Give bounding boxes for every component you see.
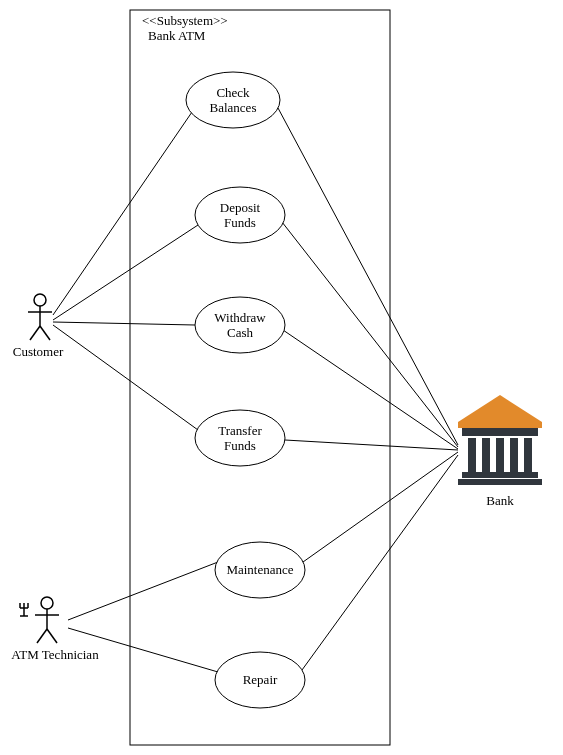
svg-rect-30: [458, 422, 542, 428]
person-icon: [41, 597, 53, 609]
system-stereotype: <<Subsystem>>: [142, 13, 228, 28]
wrench-icon: [20, 603, 28, 616]
svg-text:Funds: Funds: [224, 215, 256, 230]
svg-line-27: [37, 629, 47, 643]
assoc-bank-deposit: [282, 222, 458, 447]
actor-customer-label: Customer: [13, 344, 64, 359]
use-case-transfer-funds: Transfer Funds: [195, 410, 285, 466]
assoc-bank-withdraw: [283, 330, 458, 449]
svg-rect-35: [510, 438, 518, 472]
assoc-bank-maintenance: [303, 452, 458, 562]
svg-text:Withdraw: Withdraw: [214, 310, 266, 325]
svg-line-28: [47, 629, 57, 643]
svg-text:Funds: Funds: [224, 438, 256, 453]
assoc-customer-deposit: [53, 225, 198, 320]
assoc-bank-repair: [302, 455, 458, 670]
assoc-tech-maintenance: [68, 562, 218, 620]
svg-text:Check: Check: [216, 85, 250, 100]
actor-customer: [28, 294, 52, 340]
svg-text:Cash: Cash: [227, 325, 254, 340]
system-name: Bank ATM: [148, 28, 206, 43]
svg-text:Transfer: Transfer: [218, 423, 262, 438]
svg-text:Deposit: Deposit: [220, 200, 261, 215]
svg-text:Repair: Repair: [243, 672, 278, 687]
svg-rect-34: [496, 438, 504, 472]
bank-icon: [458, 395, 542, 485]
actor-bank-label: Bank: [486, 493, 514, 508]
svg-rect-38: [458, 479, 542, 485]
actor-technician: [20, 597, 59, 643]
svg-rect-37: [462, 472, 538, 478]
use-case-withdraw-cash: Withdraw Cash: [195, 297, 285, 353]
assoc-bank-transfer: [285, 440, 458, 450]
use-case-repair: Repair: [215, 652, 305, 708]
svg-rect-36: [524, 438, 532, 472]
actor-technician-label: ATM Technician: [11, 647, 99, 662]
use-case-deposit-funds: Deposit Funds: [195, 187, 285, 243]
svg-rect-32: [468, 438, 476, 472]
svg-line-18: [30, 326, 40, 340]
use-case-check-balances: Check Balances: [186, 72, 280, 128]
svg-line-19: [40, 326, 50, 340]
assoc-bank-check: [278, 108, 458, 445]
actor-bank: [458, 395, 542, 485]
assoc-customer-check: [53, 112, 192, 315]
assoc-customer-transfer: [53, 325, 198, 430]
use-case-diagram: <<Subsystem>> Bank ATM Check Balances De…: [0, 0, 563, 755]
assoc-customer-withdraw: [53, 322, 195, 325]
svg-text:Maintenance: Maintenance: [226, 562, 293, 577]
svg-text:Balances: Balances: [210, 100, 257, 115]
svg-rect-33: [482, 438, 490, 472]
use-case-maintenance: Maintenance: [215, 542, 305, 598]
svg-marker-29: [458, 395, 542, 422]
svg-rect-31: [462, 428, 538, 436]
person-icon: [34, 294, 46, 306]
